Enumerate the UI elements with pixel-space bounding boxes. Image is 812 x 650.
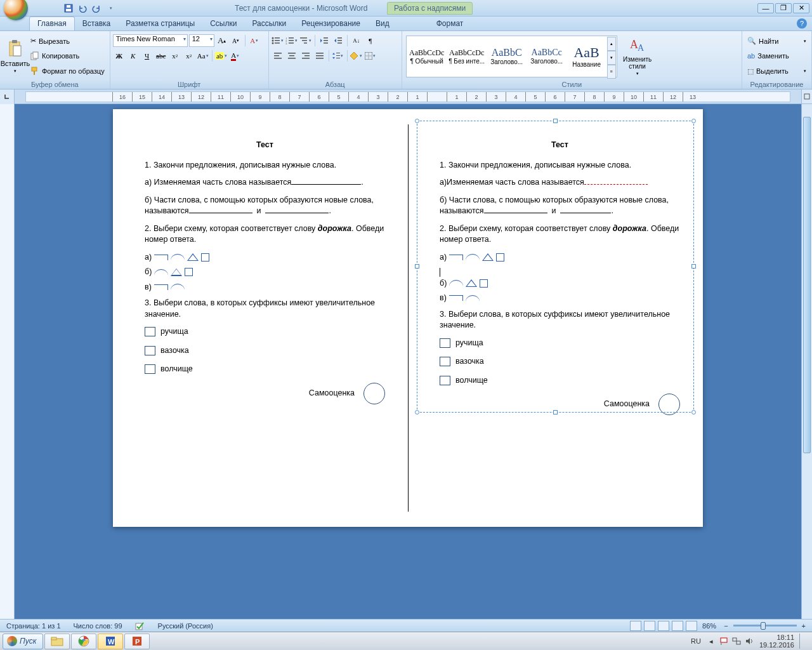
tab-mailings[interactable]: Рассылки <box>244 17 294 30</box>
tray-lang[interactable]: RU <box>691 637 701 645</box>
align-center-button[interactable] <box>285 50 298 62</box>
status-proofing-icon[interactable] <box>133 621 148 630</box>
italic-button[interactable]: К <box>127 50 140 62</box>
tab-insert[interactable]: Вставка <box>75 17 119 30</box>
view-draft[interactable] <box>686 621 697 631</box>
shrink-font-button[interactable]: A▾ <box>230 34 242 47</box>
help-icon[interactable]: ? <box>797 18 807 29</box>
change-case-button[interactable]: Aa <box>197 50 209 62</box>
horizontal-ruler[interactable]: 1615141312111098765432112345678910111213 <box>25 91 790 102</box>
grow-font-button[interactable]: A▴ <box>216 34 228 47</box>
tab-view[interactable]: Вид <box>368 17 397 30</box>
clear-formatting-button[interactable]: A <box>248 34 261 47</box>
superscript-button[interactable]: x2 <box>183 50 195 62</box>
svg-rect-37 <box>302 53 310 54</box>
style-normal[interactable]: AaBbCcDc¶ Обычный <box>407 37 447 76</box>
font-color-button[interactable]: A <box>229 50 242 62</box>
style-heading1[interactable]: AaBbCЗаголово... <box>487 37 527 76</box>
find-button[interactable]: 🔍Найти▾ <box>746 35 808 48</box>
multilevel-button[interactable] <box>299 34 312 47</box>
tab-review[interactable]: Рецензирование <box>294 17 368 30</box>
view-full-screen[interactable] <box>644 621 655 631</box>
bold-button[interactable]: Ж <box>113 50 126 62</box>
zoom-slider-thumb[interactable] <box>761 622 766 630</box>
textbox-selection[interactable] <box>417 121 694 413</box>
vertical-ruler[interactable] <box>0 104 15 619</box>
align-left-button[interactable] <box>272 50 284 62</box>
format-painter-button[interactable]: Формат по образцу <box>29 65 106 77</box>
align-right-button[interactable] <box>299 50 312 62</box>
ruler-toggle-button[interactable] <box>801 90 812 103</box>
status-lang[interactable]: Русский (Россия) <box>155 622 216 630</box>
style-heading2[interactable]: AaBbCcЗаголово... <box>527 37 566 76</box>
close-button[interactable]: ✕ <box>793 3 809 13</box>
change-styles-button[interactable]: AA Изменить стили ▾ <box>620 36 655 77</box>
scrollbar-thumb[interactable] <box>803 117 811 453</box>
vertical-scrollbar[interactable] <box>801 104 812 619</box>
strikethrough-button[interactable]: abc <box>155 50 167 62</box>
cut-button[interactable]: ✂Вырезать <box>29 35 106 48</box>
task-word[interactable]: W <box>98 633 123 649</box>
borders-button[interactable] <box>364 50 377 62</box>
style-scroll-more[interactable]: ≡ <box>607 65 616 79</box>
redo-icon[interactable] <box>91 3 102 13</box>
tray-show-hidden-icon[interactable]: ◂ <box>706 636 716 646</box>
style-no-spacing[interactable]: AaBbCcDc¶ Без инте... <box>447 37 487 76</box>
tray-clock[interactable]: 18:11 19.12.2016 <box>759 633 794 649</box>
undo-icon[interactable] <box>77 3 88 13</box>
view-print-layout[interactable] <box>630 621 641 631</box>
tab-selector[interactable] <box>0 90 15 104</box>
tray-volume-icon[interactable] <box>744 636 754 646</box>
status-page[interactable]: Страница: 1 из 1 <box>4 622 63 630</box>
paste-button[interactable]: Вставить ▾ <box>3 32 28 80</box>
restore-button[interactable]: ❐ <box>775 3 792 13</box>
decrease-indent-button[interactable] <box>318 34 331 47</box>
zoom-percent[interactable]: 86% <box>700 622 719 630</box>
task-chrome[interactable] <box>71 633 96 649</box>
style-scroll-down[interactable]: ▾ <box>607 51 616 65</box>
view-outline[interactable] <box>672 621 683 631</box>
justify-button[interactable] <box>313 50 326 62</box>
increase-indent-button[interactable] <box>332 34 344 47</box>
show-marks-button[interactable]: ¶ <box>364 34 377 47</box>
numbering-button[interactable]: 123 <box>285 34 298 47</box>
test-title: Тест <box>145 140 385 151</box>
font-name-combo[interactable]: Times New Roman <box>113 34 188 47</box>
replace-button[interactable]: abЗаменить <box>746 50 808 62</box>
tab-format[interactable]: Формат <box>429 17 471 30</box>
qat-customize-icon[interactable] <box>105 3 115 13</box>
tab-references[interactable]: Ссылки <box>202 17 244 30</box>
zoom-out-button[interactable]: − <box>721 622 730 630</box>
tab-layout[interactable]: Разметка страницы <box>118 17 202 30</box>
font-size-combo[interactable]: 12 <box>189 34 214 47</box>
view-web-layout[interactable] <box>658 621 669 631</box>
tab-home[interactable]: Главная <box>29 17 75 30</box>
tray-network-icon[interactable] <box>731 636 742 646</box>
svg-rect-34 <box>288 53 296 54</box>
style-scroll-up[interactable]: ▴ <box>607 37 616 51</box>
sort-button[interactable]: A↓ <box>350 34 363 47</box>
select-button[interactable]: ⬚Выделить▾ <box>746 65 808 77</box>
document-viewport[interactable]: Тест 1. Закончи предложения, дописывая н… <box>15 104 801 619</box>
status-words[interactable]: Число слов: 99 <box>71 622 125 630</box>
task-powerpoint[interactable]: P <box>124 633 150 649</box>
q2: 2. Выбери схему, которая соответствует с… <box>145 223 385 246</box>
minimize-button[interactable]: — <box>757 3 774 13</box>
bullets-button[interactable] <box>272 34 284 47</box>
highlight-button[interactable]: ab <box>215 50 228 62</box>
copy-button[interactable]: Копировать <box>29 50 106 62</box>
tray-flag-icon[interactable] <box>719 636 729 646</box>
style-title[interactable]: АаВНазвание <box>567 37 606 76</box>
underline-button[interactable]: Ч <box>141 50 154 62</box>
zoom-in-button[interactable]: + <box>799 622 808 630</box>
show-desktop-button[interactable] <box>799 633 806 649</box>
line-spacing-button[interactable] <box>332 50 344 62</box>
svg-rect-4 <box>12 40 17 43</box>
shading-button[interactable] <box>350 50 363 62</box>
group-clipboard: Вставить ▾ ✂Вырезать Копировать Формат п… <box>0 31 110 89</box>
task-explorer[interactable] <box>44 633 70 649</box>
zoom-slider[interactable] <box>733 625 797 627</box>
start-button[interactable]: Пуск <box>3 633 43 649</box>
subscript-button[interactable]: x2 <box>169 50 181 62</box>
save-icon[interactable] <box>63 3 74 13</box>
